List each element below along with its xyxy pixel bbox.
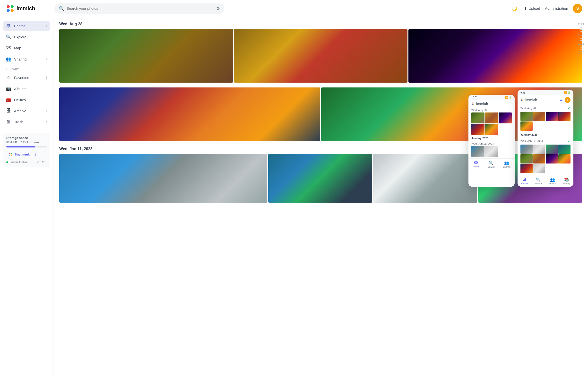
mobile-nav-library-2[interactable]: 📚 Library xyxy=(563,177,570,185)
mobile-logo-icon-1 xyxy=(471,102,475,105)
dark-mode-button[interactable]: 🌙 xyxy=(510,4,519,13)
mobile-nav-search-icon-1: 🔍 xyxy=(489,161,493,165)
timeline-year-2024[interactable]: 2024 xyxy=(578,22,584,26)
mobile-nav-2: 🖼 Photos 🔍 Search 👥 Sharing 📚 Library xyxy=(518,175,573,187)
mobile-section-date-1: Wed, Jan 11, 2023 xyxy=(468,141,515,146)
mobile-nav-search-2[interactable]: 🔍 Search xyxy=(535,177,542,185)
mobile-date-header-2: Wed, Aug 28 ✓ xyxy=(518,104,573,112)
mobile-nav-photos-icon-1: 🖼 xyxy=(474,161,478,165)
buy-info-icon[interactable]: ℹ xyxy=(34,153,36,156)
mobile-thumb2-extra2[interactable] xyxy=(533,154,545,163)
photo-bust[interactable] xyxy=(373,154,477,203)
photos-info-icon[interactable]: ℹ xyxy=(46,24,48,28)
timeline-year-2020[interactable]: 2020 xyxy=(578,50,584,55)
timeline-dot-4 xyxy=(580,38,582,39)
sidebar-item-favorites[interactable]: ♡ Favorites ℹ xyxy=(3,72,50,83)
archive-info-icon[interactable]: ℹ xyxy=(46,109,48,113)
mobile-section-label-2: January 2023 xyxy=(518,131,573,137)
mobile-nav-library-icon-2: 📚 xyxy=(564,177,569,182)
mobile-thumb2-extra5[interactable] xyxy=(521,164,533,173)
mobile-thumb-grid-2 xyxy=(468,146,515,157)
photo-dinner[interactable] xyxy=(234,29,408,83)
utilities-icon: 🧰 xyxy=(6,97,11,103)
user-avatar[interactable]: S xyxy=(573,4,582,13)
mobile-thumb2-jungle[interactable] xyxy=(521,112,533,121)
mobile-thumb2-dinner[interactable] xyxy=(533,112,545,121)
buy-immich-button[interactable]: Buy Immich ℹ xyxy=(6,150,47,158)
photo-fireworks[interactable] xyxy=(408,29,582,83)
sidebar-label-trash: Trash xyxy=(14,120,23,124)
mobile-thumb-fireworks[interactable] xyxy=(499,112,512,123)
mobile-thumb-hands[interactable] xyxy=(471,124,484,135)
mobile-nav-photos-1[interactable]: 🖼 Photos xyxy=(473,161,479,168)
sidebar-label-explore: Explore xyxy=(14,35,27,39)
mobile-thumb-bust[interactable] xyxy=(485,146,498,157)
mobile-nav-sharing-2[interactable]: 👥 Sharing xyxy=(549,177,556,185)
sidebar-item-utilities[interactable]: 🧰 Utilities xyxy=(3,95,50,105)
mobile-nav-search-1[interactable]: 🔍 Search xyxy=(488,161,495,168)
mobile-nav-search-label-1: Search xyxy=(488,166,495,168)
photo-castle[interactable] xyxy=(59,154,267,203)
administration-button[interactable]: Administration xyxy=(545,6,568,10)
mobile-section-date-2: Wed, Jan 11, 2023 xyxy=(521,140,543,142)
status-dot xyxy=(6,161,8,163)
mobile-thumb2-hands[interactable] xyxy=(558,112,571,121)
mobile-logo-text-1: immich xyxy=(476,102,488,106)
mobile-thumb2-fireworks[interactable] xyxy=(546,112,558,121)
sidebar-label-archive: Archive xyxy=(14,109,26,113)
mobile-thumb2-extra4[interactable] xyxy=(558,154,571,163)
favorites-info-icon[interactable]: ℹ xyxy=(46,76,48,79)
mobile-thumb-row-2a xyxy=(518,112,573,121)
upload-label: Upload xyxy=(528,6,540,10)
mobile-nav-photos-label-2: Photos xyxy=(521,182,528,185)
mobile-thumb2-coast[interactable] xyxy=(558,144,571,154)
mobile-thumb2-extra1[interactable] xyxy=(521,154,533,163)
mobile-section-check-2: ✓ xyxy=(567,139,571,143)
svg-point-9 xyxy=(473,103,474,104)
mobile-thumb2-extra3[interactable] xyxy=(546,154,558,163)
mobile-thumb2-castle[interactable] xyxy=(521,144,533,154)
mobile-thumb2-garden[interactable] xyxy=(521,122,533,131)
mobile-nav-search-label-2: Search xyxy=(535,182,542,185)
mobile-nav-photos-2[interactable]: 🖼 Photos xyxy=(521,177,528,185)
trash-info-icon[interactable]: ℹ xyxy=(46,120,48,124)
mobile-nav-sharing-1[interactable]: 👥 Sharing xyxy=(503,161,510,168)
sidebar-item-map[interactable]: 🗺 Map xyxy=(3,43,50,53)
mobile-thumb2-bust[interactable] xyxy=(533,144,545,154)
mobile-thumb2-grapes[interactable] xyxy=(546,144,558,154)
mobile-thumb-garden[interactable] xyxy=(485,124,498,135)
svg-point-0 xyxy=(7,5,10,8)
search-input[interactable] xyxy=(66,6,214,10)
photo-hands[interactable] xyxy=(59,87,320,141)
server-status: Server Online v1.112.1 xyxy=(6,161,47,164)
sidebar-item-albums[interactable]: 📷 Albums xyxy=(3,84,50,94)
sidebar: 🖼 Photos ℹ 🔍 Explore 🗺 Map 👥 Sharing ℹ L… xyxy=(0,17,53,379)
mobile-thumb-jungle[interactable] xyxy=(471,112,484,123)
storage-bar xyxy=(6,146,47,147)
mobile-frame-2: 9:41 📶 🔋 immich ☁ xyxy=(518,90,573,187)
logo-text: immich xyxy=(16,5,35,12)
sidebar-item-archive[interactable]: 🗄 Archive ℹ xyxy=(3,106,50,116)
timeline-year-2023[interactable]: 2023 xyxy=(578,33,584,37)
sharing-info-icon[interactable]: ℹ xyxy=(46,57,48,61)
date-heading-aug28: Wed, Aug 28 xyxy=(59,22,582,26)
mobile-thumb-dinner[interactable] xyxy=(485,112,498,123)
sidebar-item-photos[interactable]: 🖼 Photos ℹ xyxy=(3,21,50,31)
timeline-year-2021[interactable]: 2021 xyxy=(578,42,584,46)
photo-jungle[interactable] xyxy=(59,29,233,83)
mobile-thumb-castle[interactable] xyxy=(471,146,484,157)
mobile-thumb2-extra6[interactable] xyxy=(533,164,545,173)
sidebar-item-explore[interactable]: 🔍 Explore xyxy=(3,32,50,42)
mobile-nav-sharing-label-2: Sharing xyxy=(549,182,556,185)
timeline-dot-7 xyxy=(580,48,582,50)
timeline-dot-6 xyxy=(580,47,582,47)
filter-icon[interactable]: ⚙ xyxy=(216,6,220,11)
sidebar-item-sharing[interactable]: 👥 Sharing ℹ xyxy=(3,54,50,64)
mobile-nav-sharing-icon-1: 👥 xyxy=(504,161,509,165)
svg-point-4 xyxy=(9,153,10,154)
svg-point-8 xyxy=(472,103,473,104)
upload-button[interactable]: ⬆ Upload xyxy=(524,6,540,11)
sidebar-item-trash[interactable]: 🗑 Trash ℹ xyxy=(3,117,50,127)
map-icon: 🗺 xyxy=(6,46,11,50)
photo-coast[interactable] xyxy=(268,154,372,203)
